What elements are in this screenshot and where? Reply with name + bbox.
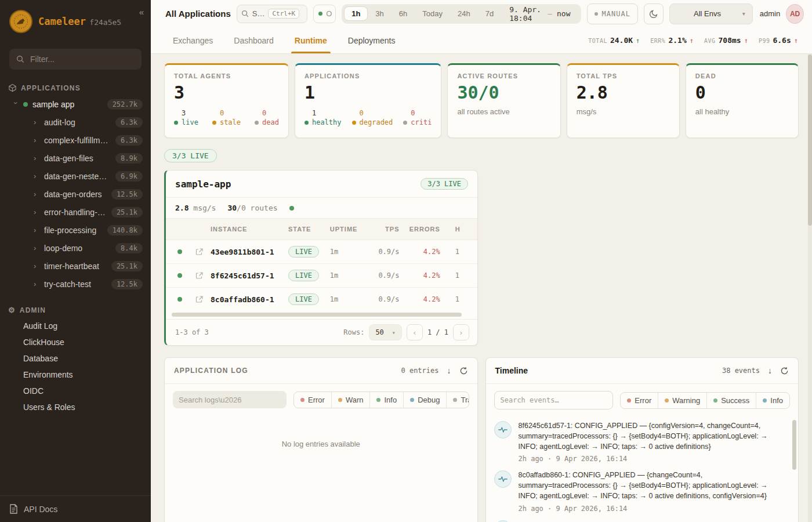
filter-debug[interactable]: Debug: [403, 392, 446, 408]
sidebar-item-complex-fulfillment[interactable]: ›complex-fulfillm…6.3k: [0, 131, 151, 149]
substat-degraded: 0degraded: [352, 108, 393, 127]
sidebar-item-oidc[interactable]: OIDC: [0, 383, 151, 399]
chevron-right-icon[interactable]: ›: [34, 262, 39, 270]
filter-success[interactable]: Success: [706, 393, 756, 408]
chevron-right-icon[interactable]: ›: [34, 136, 39, 144]
chevron-right-icon[interactable]: ›: [34, 118, 39, 126]
range-today[interactable]: Today: [415, 6, 450, 21]
refresh-icon[interactable]: [459, 367, 468, 375]
filter-warn[interactable]: Warn: [331, 392, 370, 408]
api-docs-link[interactable]: API Docs: [0, 495, 151, 522]
app-root: Cameleer f24a5e5 « APPLICATIONS › sample…: [0, 0, 812, 522]
tab-runtime[interactable]: Runtime: [295, 27, 327, 53]
table-row[interactable]: 8c0affadb860-1 LIVE 1m 0.9/s 4.2% 1: [166, 288, 477, 311]
count-badge: 8.4k: [115, 243, 143, 253]
sidebar-collapse-icon[interactable]: «: [139, 7, 144, 17]
sidebar: Cameleer f24a5e5 « APPLICATIONS › sample…: [0, 0, 151, 522]
time-range-display[interactable]: 9. Apr. 18:04 – now: [501, 5, 578, 23]
refresh-icon[interactable]: [780, 367, 789, 375]
range-24h[interactable]: 24h: [450, 6, 478, 21]
avatar[interactable]: AD: [786, 4, 804, 24]
sample-app-card: sample-app 3/3 LIVE 2.8 msg/s 30/0 route…: [164, 170, 478, 346]
sidebar-item-audit-log[interactable]: ›audit-log6.3k: [0, 113, 151, 131]
stat-p99: P996.6s↑: [759, 36, 798, 45]
sidebar-filter[interactable]: [9, 49, 142, 70]
range-6h[interactable]: 6h: [392, 6, 415, 21]
filter-trace[interactable]: Trace: [446, 392, 469, 408]
next-page-button[interactable]: ›: [453, 324, 469, 340]
chevron-right-icon[interactable]: ›: [34, 280, 39, 288]
sidebar-item-audit-log-admin[interactable]: Audit Log: [0, 318, 151, 334]
substat-live: 3live: [174, 108, 198, 127]
manual-refresh-button[interactable]: MANUAL: [587, 3, 638, 24]
external-link-icon[interactable]: [188, 248, 211, 256]
sidebar-item-data-gen-files[interactable]: ›data-gen-files8.9k: [0, 149, 151, 167]
prev-page-button[interactable]: ‹: [407, 324, 423, 340]
download-icon[interactable]: ↓: [447, 366, 451, 375]
timeline-event[interactable]: 8c0affadb860-1: CONFIG_APPLIED — {change…: [494, 470, 788, 512]
download-icon[interactable]: ↓: [768, 366, 772, 375]
table-footer: 1-3 of 3 Rows: 50 ▾ ‹ 1 / 1 ›: [166, 319, 477, 345]
global-search[interactable]: S… Ctrl+K: [237, 5, 308, 23]
chevron-right-icon[interactable]: ›: [34, 154, 39, 162]
sidebar-item-data-gen-nested[interactable]: ›data-gen-neste…6.9k: [0, 167, 151, 185]
count-badge: 8.9k: [115, 153, 143, 164]
pulse-icon: [494, 520, 512, 522]
filter-info[interactable]: Info: [369, 392, 403, 408]
sidebar-item-try-catch-test[interactable]: ›try-catch-test12.5k: [0, 275, 151, 293]
sidebar-item-loop-demo[interactable]: ›loop-demo8.4k: [0, 239, 151, 257]
horizontal-scrollbar[interactable]: [172, 313, 474, 317]
username: admin: [760, 9, 780, 18]
chevron-right-icon[interactable]: ›: [34, 190, 39, 198]
sidebar-item-users-roles[interactable]: Users & Roles: [0, 399, 151, 415]
external-link-icon[interactable]: [188, 295, 211, 303]
chevron-right-icon[interactable]: ›: [34, 226, 39, 234]
log-search-input[interactable]: [173, 391, 287, 408]
sidebar-item-database[interactable]: Database: [0, 350, 151, 367]
chevron-right-icon[interactable]: ›: [34, 208, 39, 216]
card-total-agents: TOTAL AGENTS 3 3live 0stale 0dead: [164, 63, 289, 138]
theme-toggle-button[interactable]: [644, 3, 664, 24]
panel-title: APPLICATION LOG: [174, 367, 248, 375]
timeline-search-input[interactable]: [494, 391, 614, 409]
count-badge: 6.3k: [115, 117, 143, 128]
chevron-right-icon[interactable]: ›: [34, 244, 39, 252]
range-7d[interactable]: 7d: [478, 6, 501, 21]
sidebar-item-sample-app[interactable]: › sample app 252.7k: [0, 96, 151, 113]
timeline-event[interactable]: 8f6245c61d57-1: CONFIG_APPLIED — {config…: [494, 421, 788, 463]
filter-warning[interactable]: Warning: [658, 393, 706, 408]
sidebar-item-data-gen-orders[interactable]: ›data-gen-orders12.5k: [0, 185, 151, 203]
timeline-scrollbar[interactable]: [792, 420, 796, 470]
tab-exchanges[interactable]: Exchanges: [173, 27, 213, 53]
external-link-icon[interactable]: [188, 271, 211, 280]
online-status-button[interactable]: O: [313, 5, 336, 23]
sidebar-item-file-processing[interactable]: ›file-processing140.8k: [0, 221, 151, 239]
filter-input[interactable]: [29, 54, 135, 64]
sidebar-header: Cameleer f24a5e5 «: [0, 0, 151, 42]
sidebar-item-timer-heartbeat[interactable]: ›timer-heartbeat25.1k: [0, 257, 151, 275]
env-select[interactable]: All Envs ▾: [669, 3, 752, 24]
page-indicator: 1 / 1: [427, 328, 448, 336]
time-range-control: 1h 3h 6h Today 24h 7d 9. Apr. 18:04 – no…: [342, 4, 581, 24]
rows-per-page-select[interactable]: 50 ▾: [369, 324, 401, 340]
log-level-filters: Error Warn Info Debug Trace: [293, 392, 469, 408]
tab-dashboard[interactable]: Dashboard: [234, 27, 274, 53]
filter-error[interactable]: Error: [621, 393, 658, 408]
page-scrollbar[interactable]: [808, 53, 812, 522]
tab-deployments[interactable]: Deployments: [348, 27, 396, 53]
range-label: 1-3 of 3: [175, 328, 209, 336]
range-1h[interactable]: 1h: [344, 6, 368, 21]
chevron-right-icon[interactable]: ›: [34, 172, 39, 180]
sidebar-item-environments[interactable]: Environments: [0, 367, 151, 383]
timeline-event[interactable]: 43ee9811b801-1: CONFIG_APPLIED — {change…: [494, 520, 788, 522]
sidebar-item-clickhouse[interactable]: ClickHouse: [0, 334, 151, 350]
filter-error[interactable]: Error: [294, 392, 331, 408]
sidebar-item-error-handling[interactable]: ›error-handling-…25.1k: [0, 203, 151, 221]
card-active-routes: ACTIVE ROUTES 30/0 all routes active: [447, 63, 560, 138]
pulse-icon: [494, 470, 512, 488]
table-row[interactable]: 43ee9811b801-1 LIVE 1m 0.9/s 4.2% 1: [166, 240, 477, 264]
filter-info[interactable]: Info: [756, 393, 789, 408]
table-row[interactable]: 8f6245c61d57-1 LIVE 1m 0.9/s 4.2% 1: [166, 264, 477, 288]
range-3h[interactable]: 3h: [368, 6, 391, 21]
chevron-down-icon[interactable]: ›: [12, 102, 20, 107]
